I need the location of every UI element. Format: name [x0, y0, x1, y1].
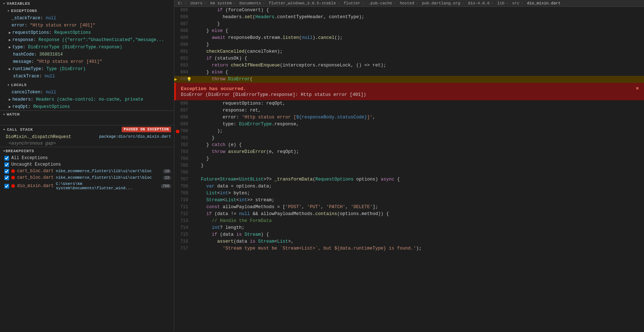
line-code-698: error: 'Http status error [${responseBod…	[193, 114, 644, 121]
code-line-688: 688 } else {	[174, 28, 644, 35]
gutter-694: 694	[174, 69, 193, 76]
code-line-695: ▶ 695 💡 throw DioError(	[174, 76, 644, 83]
callstack-title: CALL STACK	[7, 127, 33, 132]
code-line-709: 709 List<int> bytes;	[174, 190, 644, 197]
line-code-717: 'Stream type must be `Stream<List>`, but…	[193, 245, 644, 252]
line-code-714: int? length;	[193, 224, 644, 231]
gutter-686: 686	[174, 14, 193, 21]
line-code-713: // Handle the FormData	[193, 218, 644, 224]
gutter-708: 708	[174, 183, 193, 190]
var-stackTrace: _stackTrace: null	[0, 15, 174, 22]
arrow-indicator-695: ▶	[174, 76, 177, 83]
gutter-714: 714	[174, 224, 193, 231]
line-code-710: Stream<List<int>> stream;	[193, 197, 644, 204]
line-code-705: }	[193, 162, 644, 169]
bp-cart-bloc-2-checkbox[interactable]	[4, 175, 9, 180]
line-code-708: var data = options.data;	[193, 183, 644, 190]
line-code-686: headers.set(Headers.contentTypeHeader, c…	[193, 14, 644, 21]
gutter-695: ▶ 695 💡	[174, 76, 193, 83]
bp-dio-mixin-dot	[11, 184, 15, 188]
code-line-690: 690 }	[174, 41, 644, 48]
breakpoints-chevron: ▾	[3, 149, 5, 153]
var-response[interactable]: ▶response: Response ({"error":"Unauthent…	[0, 36, 174, 44]
bp-cart-bloc-1-checkbox[interactable]	[4, 169, 9, 174]
code-line-685: 685 if (forceConvert) {	[174, 7, 644, 14]
code-line-706: 706	[174, 169, 644, 176]
var-runtimeType[interactable]: ▶runtimeType: Type (DioError)	[0, 65, 174, 73]
bp-cart-bloc-1-count: 18	[163, 169, 171, 173]
gutter-711: 711	[174, 204, 193, 211]
lightbulb-695: 💡	[187, 76, 192, 83]
paused-badge: Paused on exception	[122, 127, 171, 132]
line-code-691: checkCancelled(cancelToken);	[193, 48, 644, 55]
line-code-706	[193, 169, 644, 176]
callstack-item-0[interactable]: DioMixin._dispatchRequest package:dio/sr…	[0, 134, 174, 140]
bp-cart-bloc-2-count: 22	[163, 176, 171, 180]
gutter-704: 704	[174, 155, 193, 162]
code-line-704: 704 }	[174, 155, 644, 162]
variables-header[interactable]: ▾ VARIABLES	[0, 0, 174, 7]
var-type[interactable]: ▶type: DioErrorType (DioErrorType.respon…	[0, 44, 174, 51]
bp-all-exceptions-checkbox[interactable]	[4, 156, 9, 161]
locals-subheader[interactable]: ▾ Locals	[0, 81, 174, 89]
line-code-685: if (forceConvert) {	[193, 7, 644, 14]
code-line-692: 692 if (statusOk) {	[174, 55, 644, 62]
gutter-696: 696	[174, 100, 193, 107]
code-editor[interactable]: 685 if (forceConvert) { 686 headers.set(…	[174, 7, 644, 332]
line-code-699: type: DioErrorType.response,	[193, 121, 644, 128]
local-reqOpt[interactable]: ▶reqOpt: RequestOptions	[0, 103, 174, 110]
var-requestOptions[interactable]: ▶requestOptions: RequestOptions	[0, 29, 174, 36]
exception-title: Exception has occurred. ×	[181, 86, 639, 92]
gutter-702: 702	[174, 142, 193, 149]
code-line-698: 698 error: 'Http status error [${respons…	[174, 114, 644, 121]
gutter-697: 697	[174, 107, 193, 114]
variables-title: VARIABLES	[7, 1, 30, 6]
callstack-section: ▾ CALL STACK Paused on exception DioMixi…	[0, 125, 174, 147]
gutter-700: 700	[174, 128, 193, 135]
gutter-692: 692	[174, 55, 193, 62]
callstack-fn-0: DioMixin._dispatchRequest	[6, 134, 71, 139]
right-panel: C:› Users› km system› Documents› flutter…	[174, 0, 644, 332]
watch-section: ▾ WATCH	[0, 110, 174, 125]
locals-title: Locals	[11, 83, 27, 87]
bp-dio-mixin-checkbox[interactable]	[4, 184, 9, 189]
code-line-705: 705 }	[174, 162, 644, 169]
line-code-694: } else {	[193, 69, 644, 76]
exception-title-text: Exception has occurred.	[181, 86, 246, 92]
variables-section: ▾ VARIABLES ▾ Exceptions _stackTrace: nu…	[0, 0, 174, 110]
code-line-713: 713 // Handle the FormData	[174, 218, 644, 224]
line-code-700: );	[193, 128, 644, 135]
line-code-707: Future<Stream<Uint8List>?> _transformDat…	[193, 176, 644, 183]
exceptions-subheader[interactable]: ▾ Exceptions	[0, 7, 174, 15]
local-headers[interactable]: ▶headers: Headers (cache-control: no-cac…	[0, 96, 174, 103]
breadcrumb-file: dio_mixin.dart	[527, 1, 560, 5]
var-stackTrace2: stackTrace: null	[0, 73, 174, 80]
gutter-715: 715	[174, 231, 193, 238]
bp-uncaught-checkbox[interactable]	[4, 162, 9, 167]
gutter-701: 701	[174, 135, 193, 142]
gutter-699: 699	[174, 121, 193, 128]
watch-header[interactable]: ▾ WATCH	[0, 111, 174, 118]
gutter-690: 690	[174, 41, 193, 48]
line-code-709: List<int> bytes;	[193, 190, 644, 197]
gutter-713: 713	[174, 218, 193, 224]
code-line-697: 697 response: ret,	[174, 107, 644, 114]
line-code-702: } catch (e) {	[193, 142, 644, 149]
var-message: message: "Http status error [401]"	[0, 58, 174, 65]
line-code-688: } else {	[193, 28, 644, 35]
line-code-689: await responseBody.stream.listen(null).c…	[193, 35, 644, 41]
line-code-701: }	[193, 135, 644, 142]
watch-title: WATCH	[7, 112, 20, 117]
gutter-707: 707	[174, 176, 193, 183]
line-code-696: requestOptions: reqOpt,	[193, 100, 644, 107]
exceptions-chevron: ▾	[7, 9, 10, 13]
bp-cart-bloc-1: cart_bloc.dart nike_ecommerce_flutter1\l…	[0, 168, 174, 174]
gutter-687: 687	[174, 21, 193, 28]
bp-indicator-700	[176, 130, 179, 133]
code-line-711: 711 const allowPayloadMethods = ['POST',…	[174, 204, 644, 211]
breakpoints-section: ▾ BREAKPOINTS All Exceptions Uncaught Ex…	[0, 147, 174, 332]
exception-close[interactable]: ×	[636, 86, 639, 92]
gutter-691: 691	[174, 48, 193, 55]
gutter-703: 703	[174, 149, 193, 155]
code-line-703: 703 throw assureDioError(e, reqOpt);	[174, 149, 644, 155]
